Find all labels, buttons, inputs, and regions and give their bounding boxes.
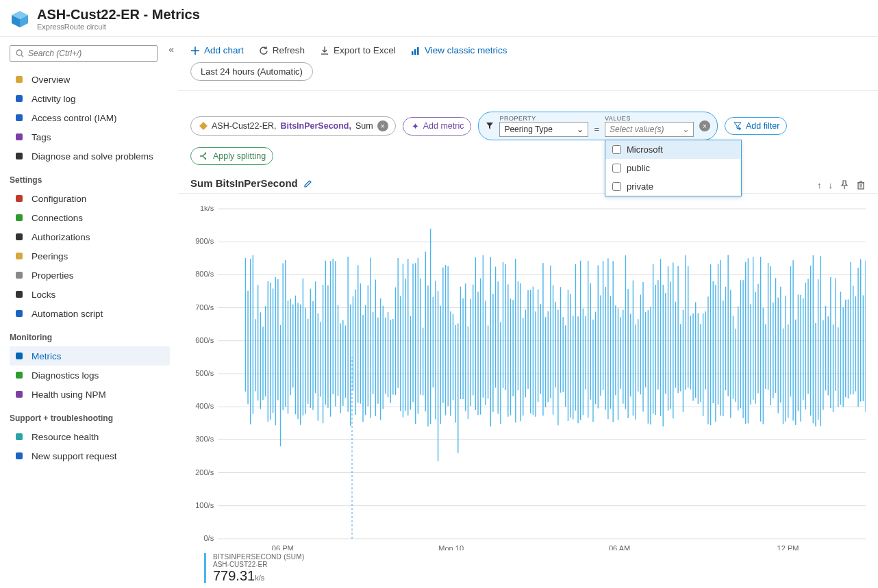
svg-line-4: [21, 55, 23, 57]
resource-icon: [199, 122, 208, 130]
remove-metric-icon[interactable]: ×: [377, 120, 388, 131]
delete-icon[interactable]: [856, 180, 866, 190]
edit-title-icon[interactable]: [303, 179, 313, 188]
sidebar-item[interactable]: Locks: [10, 285, 170, 304]
view-classic-button[interactable]: View classic metrics: [411, 45, 507, 55]
option-checkbox[interactable]: [612, 145, 621, 154]
svg-rect-6: [16, 95, 23, 102]
svg-text:500/s: 500/s: [195, 369, 214, 377]
sidebar-item[interactable]: Connections: [10, 208, 170, 227]
option-checkbox[interactable]: [612, 182, 621, 191]
add-filter-icon: [733, 122, 742, 130]
sidebar-item-icon: [14, 350, 25, 361]
values-option[interactable]: private: [605, 177, 741, 196]
sidebar-item[interactable]: Resource health: [10, 427, 170, 446]
sidebar-item-icon: [14, 370, 25, 381]
collapse-sidebar-icon[interactable]: «: [168, 44, 174, 55]
apply-splitting-button[interactable]: Apply splitting: [190, 147, 273, 165]
timerange-pill[interactable]: Last 24 hours (Automatic): [190, 62, 313, 81]
svg-rect-20: [16, 433, 23, 440]
sidebar-item[interactable]: Access control (IAM): [10, 108, 170, 127]
split-icon: [199, 152, 209, 160]
sidebar-item[interactable]: Configuration: [10, 189, 170, 208]
sidebar-item[interactable]: Diagnostics logs: [10, 366, 170, 385]
svg-text:12 PM: 12 PM: [777, 544, 799, 550]
sidebar-search-input[interactable]: [28, 49, 151, 58]
sidebar-item-label: Configuration: [32, 194, 86, 204]
sidebar-item[interactable]: Overview: [10, 70, 170, 89]
svg-rect-11: [16, 214, 23, 221]
export-button[interactable]: Export to Excel: [320, 45, 396, 55]
sparkle-icon: ✦: [412, 121, 419, 131]
add-filter-button[interactable]: Add filter: [725, 117, 787, 135]
values-option[interactable]: public: [605, 159, 741, 177]
svg-text:06 AM: 06 AM: [609, 544, 630, 550]
sidebar-item[interactable]: Health using NPM: [10, 385, 170, 404]
remove-filter-icon[interactable]: ×: [699, 120, 710, 131]
sidebar-item-icon: [14, 431, 25, 442]
resource-cube-icon: [10, 9, 30, 29]
option-checkbox[interactable]: [612, 164, 621, 172]
sidebar-item-label: Overview: [32, 75, 70, 85]
svg-text:1k/s: 1k/s: [200, 206, 214, 212]
values-select[interactable]: Select value(s) ⌄: [605, 122, 694, 137]
property-select[interactable]: Peering Type ⌄: [499, 122, 588, 137]
svg-rect-34: [858, 183, 864, 189]
svg-rect-15: [16, 291, 23, 298]
svg-text:06 PM: 06 PM: [272, 544, 294, 550]
refresh-button[interactable]: Refresh: [259, 45, 305, 55]
chart-area: 1k/s900/s800/s700/s600/s500/s400/s300/s2…: [178, 194, 878, 550]
svg-text:800/s: 800/s: [195, 270, 214, 278]
sidebar-item-icon: [14, 151, 25, 162]
sidebar-section-support: Support + troubleshooting: [10, 413, 170, 423]
sidebar-item-label: Resource health: [32, 432, 99, 442]
page-title: ASH-Cust22-ER - Metrics: [37, 7, 200, 22]
sidebar-item[interactable]: Authorizations: [10, 227, 170, 246]
sidebar-item[interactable]: Diagnose and solve problems: [10, 146, 170, 166]
filter-funnel-icon: [486, 122, 494, 130]
sidebar-item[interactable]: Automation script: [10, 304, 170, 323]
sidebar-item-label: Diagnose and solve problems: [32, 151, 153, 162]
sidebar-item[interactable]: Metrics: [10, 346, 170, 366]
sidebar-item-icon: [14, 131, 25, 142]
add-chart-button[interactable]: Add chart: [190, 45, 244, 55]
sidebar-item-label: Access control (IAM): [32, 113, 117, 123]
sidebar-item[interactable]: Peerings: [10, 246, 170, 266]
svg-point-3: [16, 50, 22, 55]
sidebar: « OverviewActivity logAccess control (IA…: [0, 37, 178, 588]
svg-rect-26: [412, 51, 414, 55]
sidebar-item-label: Authorizations: [32, 232, 90, 242]
sidebar-section-settings: Settings: [10, 175, 170, 185]
move-up-icon[interactable]: ↑: [817, 180, 822, 190]
add-metric-button[interactable]: ✦ Add metric: [403, 117, 472, 136]
sidebar-item-icon: [14, 193, 25, 204]
sidebar-item[interactable]: Activity log: [10, 89, 170, 108]
search-icon: [16, 49, 24, 57]
values-label: VALUES: [605, 115, 694, 122]
svg-rect-17: [16, 353, 23, 359]
svg-rect-19: [16, 391, 23, 398]
sidebar-item[interactable]: Tags: [10, 127, 170, 146]
pin-icon[interactable]: [840, 180, 849, 190]
svg-rect-10: [16, 195, 23, 202]
svg-rect-27: [414, 49, 416, 55]
svg-rect-8: [16, 133, 23, 140]
metrics-toolbar: Add chart Refresh Export to Excel View c…: [178, 42, 878, 62]
sidebar-item-label: Tags: [32, 132, 51, 142]
chart-legend: BITSINPERSECOND (SUM) ASH-CUST22-ER 779.…: [178, 550, 878, 588]
svg-text:0/s: 0/s: [203, 534, 214, 542]
chart-title: Sum BitsInPerSecond: [190, 177, 313, 193]
values-option[interactable]: Microsoft: [605, 140, 741, 159]
metric-pill[interactable]: ASH-Cust22-ER, BitsInPerSecond, Sum ×: [190, 116, 396, 136]
sidebar-item-icon: [14, 74, 25, 85]
svg-rect-13: [16, 253, 23, 259]
sidebar-search[interactable]: [10, 45, 158, 62]
sidebar-section-monitoring: Monitoring: [10, 333, 170, 342]
sidebar-item-icon: [14, 231, 25, 242]
svg-marker-30: [486, 123, 493, 129]
sidebar-item[interactable]: New support request: [10, 446, 170, 465]
svg-rect-7: [16, 114, 23, 121]
move-down-icon[interactable]: ↓: [829, 180, 833, 190]
sidebar-item[interactable]: Properties: [10, 266, 170, 285]
metrics-chart[interactable]: 1k/s900/s800/s700/s600/s500/s400/s300/s2…: [190, 206, 866, 550]
